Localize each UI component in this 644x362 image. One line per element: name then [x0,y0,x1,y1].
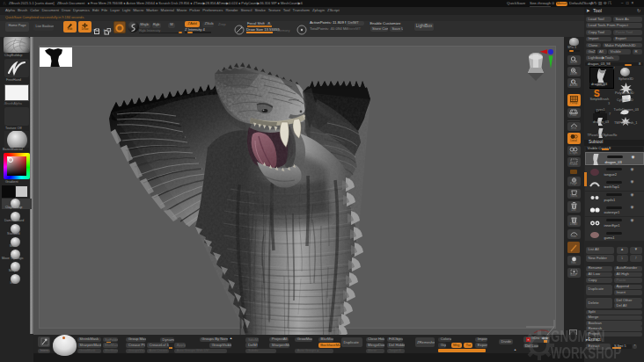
svg-text:1: 1 [572,80,574,83]
